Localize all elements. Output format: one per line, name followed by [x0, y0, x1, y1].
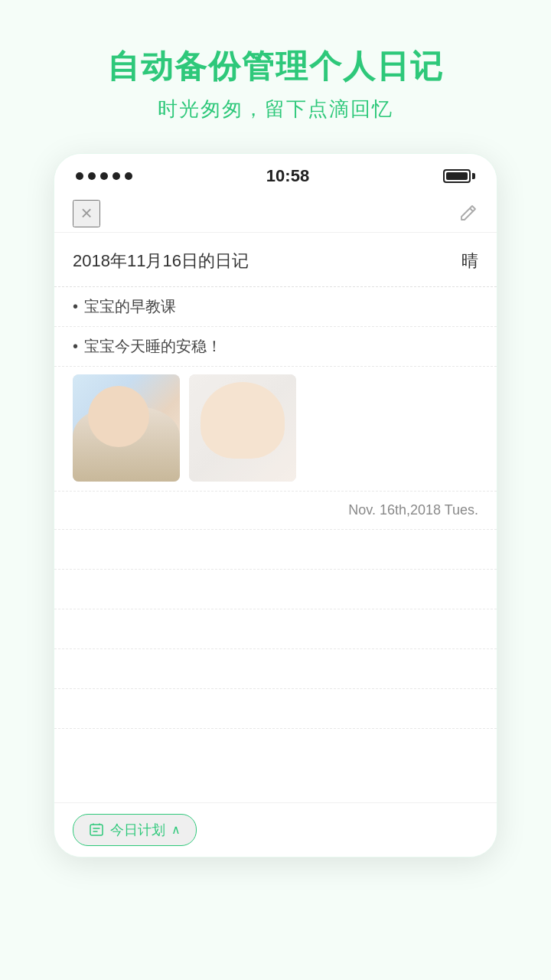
diary-date-row: Nov. 16th,2018 Tues.: [54, 492, 497, 530]
page-title: 自动备份管理个人日记: [31, 46, 520, 88]
battery-fill: [446, 172, 468, 180]
empty-line: [54, 689, 497, 729]
empty-line: [54, 530, 497, 570]
signal-dots: [76, 172, 132, 180]
plan-icon: [89, 822, 104, 838]
battery-tip: [472, 173, 475, 179]
signal-dot: [76, 172, 83, 180]
status-time: 10:58: [266, 166, 309, 186]
diary-date-text: Nov. 16th,2018 Tues.: [348, 502, 478, 518]
diary-toolbar: ×: [54, 192, 497, 233]
empty-lines: [54, 530, 497, 802]
bottom-bar: 今日计划 ∧: [54, 802, 497, 857]
battery-body: [443, 169, 471, 183]
empty-line: [54, 570, 497, 609]
empty-line: [54, 649, 497, 689]
chevron-up-icon: ∧: [171, 822, 181, 837]
today-plan-label: 今日计划: [110, 821, 165, 839]
signal-dot: [112, 172, 120, 180]
close-button[interactable]: ×: [73, 200, 100, 227]
edit-icon[interactable]: [457, 203, 478, 224]
diary-line-2: • 宝宝今天睡的安稳！: [54, 327, 497, 367]
status-bar: 10:58: [54, 154, 497, 192]
photo-thumb-2[interactable]: [189, 374, 296, 482]
diary-weather: 晴: [461, 250, 478, 273]
diary-title-text: 2018年11月16日的日记: [73, 250, 249, 273]
baby-image-1: [73, 374, 180, 482]
page-subtitle: 时光匆匆，留下点滴回忆: [31, 96, 520, 122]
signal-dot: [125, 172, 132, 180]
empty-line: [54, 609, 497, 649]
diary-item-text-1: 宝宝的早教课: [84, 295, 176, 318]
bullet-2: •: [73, 338, 78, 355]
diary-title-row: 2018年11月16日的日记 晴: [54, 233, 497, 287]
svg-rect-0: [90, 825, 103, 835]
photos-row: [54, 367, 497, 492]
photo-thumb-1[interactable]: [73, 374, 180, 482]
battery-indicator: [443, 169, 475, 183]
diary-line-1: • 宝宝的早教课: [54, 287, 497, 327]
diary-item-text-2: 宝宝今天睡的安稳！: [84, 335, 222, 358]
today-plan-button[interactable]: 今日计划 ∧: [73, 814, 197, 846]
bullet-1: •: [73, 298, 78, 315]
baby-image-2: [189, 374, 296, 482]
diary-content: 2018年11月16日的日记 晴 • 宝宝的早教课 • 宝宝今天睡的安稳！ No…: [54, 233, 497, 802]
signal-dot: [100, 172, 108, 180]
page-header: 自动备份管理个人日记 时光匆匆，留下点滴回忆: [0, 0, 551, 145]
phone-mockup: 10:58 × 2018年11月16日的日记 晴 • 宝宝的早教课: [54, 153, 497, 858]
signal-dot: [88, 172, 96, 180]
